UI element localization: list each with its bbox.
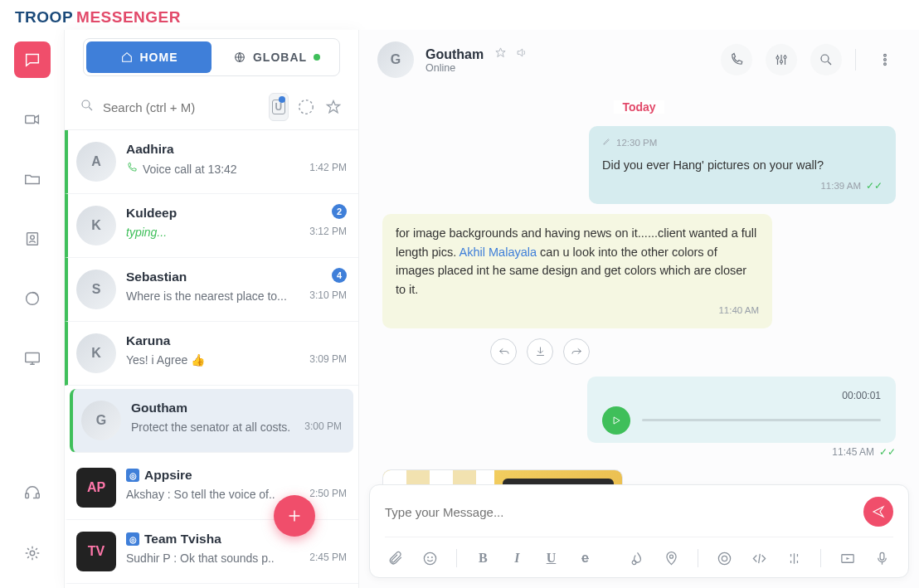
svg-point-23 bbox=[718, 552, 730, 564]
conversation-item[interactable]: G Goutham Protect the senator at all cos… bbox=[70, 389, 353, 453]
play-button[interactable] bbox=[602, 406, 630, 435]
svg-point-11 bbox=[776, 56, 779, 59]
conversation-time: 2:50 PM bbox=[309, 488, 347, 499]
group-icon: ◎ bbox=[126, 532, 139, 546]
avatar: S bbox=[76, 270, 116, 309]
conversation-time: 3:12 PM bbox=[309, 226, 347, 237]
conversation-item[interactable]: TV ◎ Team Tvisha Sudhir P : Ok that soun… bbox=[65, 520, 358, 584]
date-separator: Today bbox=[382, 93, 896, 126]
conversation-time: 2:45 PM bbox=[309, 552, 347, 563]
italic-icon[interactable]: I bbox=[509, 549, 525, 567]
emoji-icon[interactable] bbox=[422, 549, 438, 567]
message-text: Did you ever Hang' pictures on your wall… bbox=[602, 156, 883, 174]
avatar: K bbox=[76, 206, 116, 245]
search-input[interactable] bbox=[103, 100, 260, 114]
conversation-name: Goutham bbox=[131, 401, 342, 415]
read-tick-icon: ✓✓ bbox=[866, 179, 883, 194]
nav-loading-icon[interactable] bbox=[14, 280, 51, 317]
audio-track[interactable] bbox=[642, 419, 881, 421]
svg-point-2 bbox=[30, 236, 34, 240]
svg-point-10 bbox=[299, 100, 314, 114]
conversation-item[interactable]: K Kuldeep typing... 2 3:12 PM bbox=[65, 194, 358, 258]
conversation-name: Karuna bbox=[126, 333, 347, 348]
avatar: K bbox=[76, 333, 116, 373]
star-icon[interactable] bbox=[494, 47, 507, 61]
burnout-icon[interactable] bbox=[630, 549, 645, 567]
unread-filter-button[interactable]: U bbox=[269, 93, 289, 121]
side-nav bbox=[0, 30, 64, 588]
conversation-item[interactable]: K Karuna Yes! i Agree 👍 3:09 PM bbox=[65, 322, 358, 386]
conversation-name: Aadhira bbox=[126, 142, 347, 157]
underline-icon[interactable]: U bbox=[543, 549, 559, 567]
svg-point-18 bbox=[424, 552, 435, 564]
svg-point-14 bbox=[821, 55, 829, 62]
svg-rect-6 bbox=[36, 493, 39, 498]
mic-icon[interactable] bbox=[874, 549, 890, 567]
video-clip-icon[interactable] bbox=[839, 549, 856, 567]
attach-icon[interactable] bbox=[388, 549, 404, 567]
avatar: G bbox=[377, 41, 414, 78]
avatar: TV bbox=[76, 532, 116, 571]
download-button[interactable] bbox=[527, 338, 553, 365]
nav-settings-icon[interactable] bbox=[14, 535, 51, 571]
svg-point-22 bbox=[670, 555, 673, 558]
message-incoming: for image backgrounds and having news on… bbox=[382, 214, 772, 328]
speaker-icon[interactable] bbox=[515, 47, 528, 61]
reply-button[interactable] bbox=[490, 338, 517, 365]
edit-icon bbox=[602, 136, 611, 151]
message-composer: B I U e bbox=[369, 484, 909, 578]
new-chat-fab[interactable] bbox=[274, 495, 315, 537]
online-dot-icon bbox=[314, 54, 320, 61]
nav-contacts-icon[interactable] bbox=[14, 221, 51, 257]
message-input[interactable] bbox=[385, 505, 863, 519]
message-outgoing: 12:30 PM Did you ever Hang' pictures on … bbox=[589, 126, 896, 204]
svg-point-7 bbox=[30, 551, 35, 556]
tab-home[interactable]: HOME bbox=[86, 41, 212, 73]
forkout-icon[interactable] bbox=[786, 549, 802, 567]
mention-link[interactable]: Akhil Malayala bbox=[460, 245, 537, 259]
forward-button[interactable] bbox=[563, 338, 590, 365]
tab-global[interactable]: GLOBAL bbox=[214, 39, 339, 75]
conversation-panel: HOME GLOBAL U A Aadhira Vo bbox=[64, 30, 359, 588]
unread-badge: 4 bbox=[332, 268, 347, 283]
nav-files-icon[interactable] bbox=[14, 161, 51, 197]
image-attachment[interactable] bbox=[382, 469, 623, 484]
svg-point-12 bbox=[780, 61, 783, 63]
svg-point-15 bbox=[884, 54, 887, 56]
send-button[interactable] bbox=[863, 497, 893, 527]
search-icon bbox=[80, 98, 95, 116]
more-menu-button[interactable] bbox=[869, 44, 901, 75]
svg-rect-26 bbox=[880, 552, 884, 560]
avatar: G bbox=[81, 401, 121, 440]
bold-icon[interactable]: B bbox=[475, 549, 491, 567]
unread-badge: 2 bbox=[332, 204, 347, 219]
strike-icon[interactable]: e bbox=[577, 549, 593, 567]
scope-tabs: HOME GLOBAL bbox=[83, 38, 340, 76]
location-icon[interactable] bbox=[664, 549, 679, 567]
group-icon: ◎ bbox=[126, 469, 139, 482]
nav-chats-icon[interactable] bbox=[14, 41, 51, 78]
conversation-name: ◎ Appsire bbox=[126, 468, 347, 483]
conversation-name: Sebastian bbox=[126, 270, 347, 284]
chat-header: G Goutham Online bbox=[359, 30, 919, 90]
svg-point-24 bbox=[722, 556, 727, 561]
avatar: AP bbox=[76, 468, 116, 508]
search-chat-button[interactable] bbox=[810, 44, 842, 75]
svg-point-13 bbox=[784, 56, 786, 59]
nav-desktop-icon[interactable] bbox=[14, 340, 51, 377]
call-button[interactable] bbox=[721, 44, 752, 75]
svg-rect-5 bbox=[25, 493, 28, 498]
code-icon[interactable] bbox=[751, 549, 768, 567]
filter-dashed-icon[interactable] bbox=[297, 93, 316, 121]
record-icon[interactable] bbox=[717, 549, 732, 567]
nav-video-icon[interactable] bbox=[14, 101, 51, 138]
messages-area[interactable]: Today 12:30 PM Did you ever Hang' pictur… bbox=[359, 90, 919, 484]
nav-support-icon[interactable] bbox=[14, 475, 51, 512]
favorites-star-icon[interactable] bbox=[324, 93, 343, 121]
conversation-item[interactable]: S Sebastian Where is the nearest place t… bbox=[65, 258, 358, 322]
conversation-item[interactable]: A Aadhira Voice call at 13:42 1:42 PM bbox=[65, 130, 358, 194]
composer-toolbar: B I U e bbox=[385, 537, 893, 577]
settings-sliders-button[interactable] bbox=[766, 44, 797, 75]
chat-panel: G Goutham Online Today bbox=[359, 30, 919, 588]
avatar: A bbox=[76, 142, 116, 182]
